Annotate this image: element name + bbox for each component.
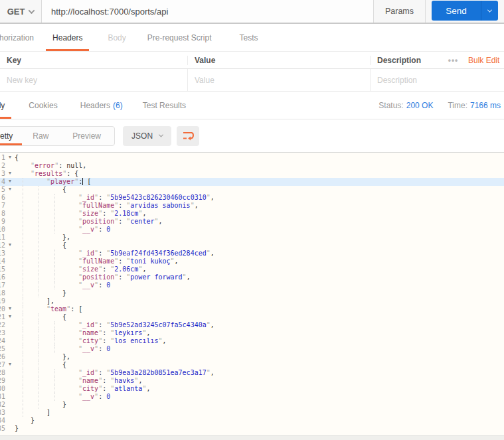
response-view-bar: Pretty Raw Preview JSON: [0, 119, 504, 152]
code-line: 35}: [0, 425, 504, 433]
indent-guide: [39, 377, 39, 385]
new-value-cell: [188, 69, 371, 91]
indent-guide: [54, 257, 55, 265]
fold-arrow-icon[interactable]: ▾: [9, 153, 11, 161]
line-number: 27: [0, 361, 5, 369]
more-options-icon[interactable]: •••: [438, 56, 468, 65]
url-input[interactable]: [51, 7, 373, 17]
indent-guide: [54, 345, 55, 353]
indent-guide: [39, 321, 39, 329]
code-line: 27▾{: [0, 361, 504, 369]
method-select[interactable]: GET: [0, 0, 42, 23]
fold-arrow-icon[interactable]: ▾: [9, 313, 11, 321]
indent-guide: [23, 409, 23, 417]
fold-arrow-icon[interactable]: ▾: [9, 185, 11, 193]
line-number: 29: [0, 377, 5, 385]
line-number: 25: [0, 345, 5, 353]
method-label: GET: [7, 7, 25, 17]
tab-test-results[interactable]: Test Results: [136, 92, 193, 119]
new-key-input[interactable]: [7, 76, 187, 85]
fold-arrow-icon[interactable]: ▾: [9, 305, 11, 313]
line-number: 19: [0, 297, 5, 305]
code-line: 22"_id": "5b9e52ad3245c07fa5c4340a",: [0, 321, 504, 329]
kv-table-header: Key Value Description ••• Bulk Edit: [0, 51, 504, 69]
line-number: 2: [0, 162, 5, 170]
send-button[interactable]: Send: [432, 1, 498, 21]
indent-guide: [39, 401, 39, 409]
code-line: 2"error": null,: [0, 162, 504, 170]
indent-guide: [23, 305, 23, 313]
fold-arrow-icon[interactable]: ▾: [9, 169, 11, 177]
indent-guide: [39, 202, 39, 210]
code-line: 10"__v": 0: [0, 226, 504, 234]
line-number: 11: [0, 234, 5, 242]
code-line: 19],: [0, 297, 504, 305]
mode-pretty[interactable]: Pretty: [0, 127, 22, 145]
indent-guide: [23, 313, 23, 321]
code-line: 30"city": "atlanta",: [0, 385, 504, 393]
fold-arrow-icon[interactable]: ▾: [9, 241, 11, 249]
code-line: 23"name": "leykırs",: [0, 329, 504, 337]
indent-guide: [23, 186, 23, 194]
send-options-button[interactable]: [481, 1, 498, 21]
new-value-input[interactable]: [195, 76, 370, 85]
chevron-down-icon: [159, 133, 163, 137]
line-number: 8: [0, 210, 5, 218]
code-line: 1▾{: [0, 154, 504, 162]
wrap-text-button[interactable]: [177, 126, 199, 146]
format-select[interactable]: JSON: [123, 126, 171, 146]
code-line: 26},: [0, 353, 504, 361]
indent-guide: [23, 281, 23, 289]
indent-guide: [39, 361, 39, 369]
new-key-cell: [0, 69, 188, 91]
tab-cookies[interactable]: Cookies: [22, 92, 64, 119]
mode-preview[interactable]: Preview: [59, 127, 114, 145]
status-value: 200 OK: [406, 101, 434, 110]
line-number: 34: [0, 417, 5, 425]
line-number: 14: [0, 257, 5, 265]
tab-body[interactable]: Body: [101, 24, 132, 51]
line-number: 28: [0, 369, 5, 377]
indent-guide: [23, 297, 23, 305]
bulk-edit-link[interactable]: Bulk Edit: [468, 56, 504, 65]
tab-tests[interactable]: Tests: [232, 24, 264, 51]
code-line: 16"position": "power forward",: [0, 273, 504, 281]
tab-response-headers[interactable]: Headers (6): [74, 92, 129, 119]
params-button[interactable]: Params: [373, 0, 426, 23]
indent-guide: [23, 194, 23, 202]
indent-guide: [23, 369, 23, 377]
tab-headers[interactable]: Headers: [46, 24, 89, 51]
column-value: Value: [188, 56, 371, 65]
request-bar: GET Params Send: [0, 0, 504, 24]
response-meta: Status: 200 OK Time: 7166 ms: [378, 92, 504, 119]
response-body-viewer: 1▾{2"error": null,3▾"results": {4▾"playe…: [0, 152, 504, 438]
request-tabs: Authorization Headers Body Pre-request S…: [0, 24, 504, 51]
code-line: 33]: [0, 409, 504, 417]
indent-guide: [39, 218, 39, 226]
indent-guide: [23, 210, 23, 218]
mode-raw[interactable]: Raw: [22, 127, 59, 145]
code-line: 4▾"player": [: [0, 178, 504, 186]
fold-arrow-icon[interactable]: ▾: [9, 177, 11, 185]
send-label: Send: [432, 1, 481, 21]
code-line: 21▾{: [0, 313, 504, 321]
indent-guide: [39, 313, 39, 321]
line-number: 4: [0, 178, 5, 186]
indent-guide: [39, 273, 39, 281]
line-number: 23: [0, 329, 5, 337]
tab-pre-request-script[interactable]: Pre-request Script: [141, 24, 218, 51]
line-number: 22: [0, 321, 5, 329]
tab-response-body[interactable]: Body: [0, 92, 11, 119]
indent-guide: [54, 281, 55, 289]
response-json: 1▾{2"error": null,3▾"results": {4▾"playe…: [0, 154, 504, 433]
code-line: 32}: [0, 401, 504, 409]
new-description-input[interactable]: [377, 76, 504, 85]
code-line: 31"__v": 0: [0, 393, 504, 401]
fold-arrow-icon[interactable]: ▾: [9, 360, 11, 368]
tab-authorization[interactable]: Authorization: [0, 24, 34, 51]
bottom-scroll-strip[interactable]: [0, 435, 504, 440]
indent-guide: [54, 369, 55, 377]
indent-guide: [23, 289, 23, 297]
indent-guide: [39, 393, 39, 401]
code-line: 13"_id": "5b9eaf24fd434f36ed284ced",: [0, 250, 504, 257]
